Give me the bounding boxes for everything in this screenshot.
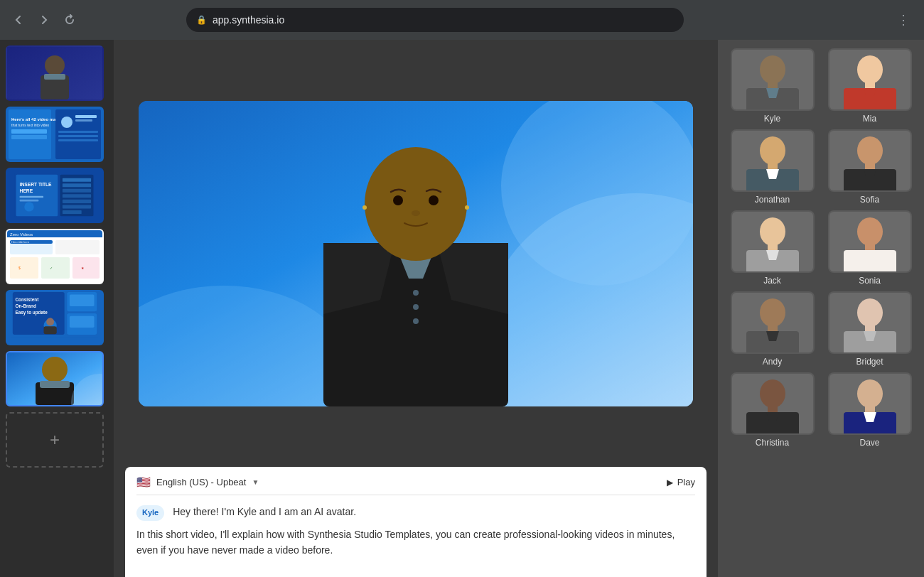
avatar-name-jonathan: Jonathan (755, 195, 790, 205)
avatar-card-dave[interactable]: Dave (824, 372, 915, 448)
avatar-card-bridget[interactable]: Bridget (824, 291, 915, 367)
svg-rect-13 (75, 119, 92, 122)
add-slide-button[interactable]: + (6, 412, 104, 468)
svg-point-106 (857, 217, 883, 246)
slide-thumb-5[interactable]: Consistent On-Brand Easy to update (6, 290, 104, 345)
svg-rect-52 (44, 326, 57, 334)
back-button[interactable] (9, 10, 28, 30)
svg-rect-82 (768, 81, 778, 88)
avatar-card-jack[interactable]: Jack (726, 210, 818, 286)
avatar-card-sonia[interactable]: Sonia (824, 210, 915, 286)
browser-menu-button[interactable]: ⋮ (891, 9, 915, 31)
svg-rect-30 (63, 205, 91, 208)
avatar-img-bridget (828, 291, 912, 354)
url-text: app.synthesia.io (213, 14, 284, 26)
avatar-name-jack: Jack (763, 276, 781, 286)
svg-rect-25 (63, 178, 91, 182)
svg-point-101 (760, 217, 785, 246)
svg-rect-16 (58, 139, 98, 141)
language-label: English (US) - Upbeat (156, 477, 246, 487)
svg-rect-31 (63, 210, 82, 214)
avatar-card-christina[interactable]: Christina (726, 372, 818, 448)
svg-rect-14 (58, 131, 98, 133)
svg-rect-60 (40, 381, 70, 388)
svg-text:On-Brand: On-Brand (15, 303, 36, 308)
svg-rect-107 (865, 243, 875, 250)
svg-point-73 (429, 195, 439, 205)
browser-chrome: 🔒 app.synthesia.io ⋮ (0, 0, 924, 40)
avatar-card-kyle[interactable]: Kyle (726, 48, 818, 124)
svg-rect-8 (11, 129, 47, 134)
play-button[interactable]: ▶ Play (667, 477, 695, 487)
main-layout: Here's all 42 video maker that turns tex… (0, 40, 924, 577)
avatar-card-andy[interactable]: Andy (726, 291, 818, 367)
svg-rect-18 (16, 175, 58, 217)
svg-rect-117 (865, 324, 875, 331)
svg-text:INSERT TITLE: INSERT TITLE (20, 182, 52, 187)
svg-point-91 (760, 136, 785, 165)
chevron-icon: ▼ (252, 478, 259, 486)
script-toolbar: 🇺🇸 English (US) - Upbeat ▼ ▶ Play (136, 475, 695, 495)
avatar-img-kyle (731, 48, 815, 111)
lock-icon: 🔒 (196, 15, 207, 25)
avatar-grid: KyleMiaJonathanSofiaJackSoniaAndyBridget… (726, 48, 915, 448)
slide-thumb-6[interactable] (6, 351, 104, 406)
address-bar[interactable]: 🔒 app.synthesia.io (186, 8, 684, 32)
svg-point-11 (61, 117, 72, 128)
svg-rect-55 (70, 295, 95, 306)
svg-rect-112 (768, 324, 778, 331)
svg-point-126 (857, 379, 883, 408)
svg-point-81 (760, 55, 785, 84)
slide-thumb-2[interactable]: Here's all 42 video maker that turns tex… (6, 107, 104, 162)
svg-point-71 (365, 147, 467, 261)
avatar-name-andy: Andy (763, 357, 782, 367)
svg-point-77 (413, 290, 419, 296)
slide-thumb-3[interactable]: INSERT TITLE HERE (6, 168, 104, 223)
svg-text:$: $ (18, 266, 21, 270)
svg-text:Here's all 42 video maker: Here's all 42 video maker (11, 117, 63, 122)
svg-point-51 (46, 318, 54, 325)
slide-thumb-1[interactable] (6, 45, 104, 101)
svg-point-75 (362, 205, 367, 210)
slide-thumb-4[interactable]: Zero Videos Hero title here $ ✓ ★ (6, 229, 104, 284)
avatar-img-jack (731, 210, 815, 273)
svg-rect-15 (58, 135, 98, 137)
avatar-name-bridget: Bridget (856, 357, 883, 367)
svg-rect-12 (75, 115, 97, 118)
avatar-name-mia: Mia (863, 114, 876, 124)
svg-rect-22 (20, 200, 39, 202)
avatar-name-christina: Christina (756, 438, 789, 448)
avatar-name-sofia: Sofia (860, 195, 879, 205)
refresh-button[interactable] (60, 10, 80, 30)
avatar-img-sofia (828, 129, 912, 192)
svg-text:Easy to update: Easy to update (15, 310, 48, 316)
language-selector[interactable]: 🇺🇸 English (US) - Upbeat ▼ (136, 475, 259, 489)
forward-button[interactable] (34, 10, 54, 30)
avatar-img-jonathan (731, 129, 815, 192)
svg-rect-3 (44, 74, 65, 80)
svg-rect-29 (63, 200, 91, 203)
avatar-img-christina (731, 372, 815, 435)
svg-rect-41 (72, 257, 100, 279)
avatar-card-sofia[interactable]: Sofia (824, 129, 915, 205)
avatar-img-sonia (828, 210, 912, 273)
svg-point-111 (760, 298, 785, 327)
svg-rect-27 (63, 189, 91, 193)
speaker-tag: Kyle (136, 505, 164, 521)
svg-point-74 (412, 210, 420, 216)
script-text: Kyle Hey there! I'm Kyle and I am an AI … (136, 504, 695, 558)
svg-rect-39 (10, 257, 38, 279)
avatar-img-dave (828, 372, 912, 435)
svg-rect-56 (70, 316, 95, 328)
svg-rect-87 (865, 81, 875, 88)
play-label: Play (677, 477, 695, 487)
script-area: 🇺🇸 English (US) - Upbeat ▼ ▶ Play Kyle H… (125, 467, 707, 577)
svg-rect-102 (768, 243, 778, 250)
avatar-card-jonathan[interactable]: Jonathan (726, 129, 818, 205)
avatar-card-mia[interactable]: Mia (824, 48, 915, 124)
svg-text:that turns text into video: that turns text into video (11, 123, 49, 127)
video-area (114, 40, 718, 467)
svg-rect-28 (63, 194, 91, 198)
svg-rect-97 (865, 162, 875, 169)
svg-rect-127 (865, 405, 875, 412)
